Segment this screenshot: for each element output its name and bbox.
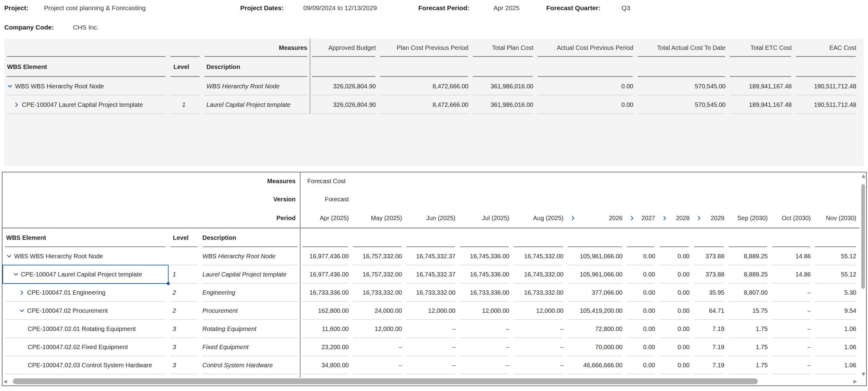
value-cell[interactable]: 0.00 <box>624 302 657 320</box>
value-cell[interactable]: 16,757,332.00 <box>351 266 404 284</box>
column-header-eac-cost[interactable]: EAC Cost <box>794 39 858 57</box>
value-cell[interactable]: – <box>511 356 565 374</box>
wbs-cell[interactable]: CPE-100047.02 Procurement <box>2 302 168 320</box>
level-cell[interactable]: 3 <box>168 338 200 356</box>
value-cell[interactable]: 1.75 <box>726 338 770 356</box>
value-cell[interactable]: 16,745,336.00 <box>457 266 511 284</box>
value-cell[interactable]: 1.75 <box>726 320 770 338</box>
column-header-approved-budget[interactable]: Approved Budget <box>310 39 378 57</box>
column-header-total-plan-cost[interactable]: Total Plan Cost <box>470 39 535 57</box>
value-cell[interactable]: 16,745,332.37 <box>404 247 457 266</box>
value-cell[interactable]: 55.12 <box>813 266 858 284</box>
table-row[interactable]: CPE-100047 Laurel Capital Project templa… <box>4 95 864 114</box>
value-cell[interactable]: 14.86 <box>770 266 813 284</box>
value-cell[interactable]: 8,889.25 <box>726 247 770 266</box>
value-cell[interactable]: 0.00 <box>624 247 657 266</box>
value-cell[interactable]: – <box>770 320 813 338</box>
value-cell[interactable]: 361,986,016.00 <box>470 95 535 114</box>
value-cell[interactable]: 72,800.00 <box>565 320 624 338</box>
table-row[interactable]: CPE-100047.02 Procurement 2 Procurement … <box>2 302 859 320</box>
value-cell[interactable]: 8,889.25 <box>726 266 770 284</box>
value-cell[interactable]: 7.19 <box>691 356 726 374</box>
value-cell[interactable]: 189,941,167.48 <box>727 77 794 95</box>
value-cell[interactable]: 14.86 <box>770 247 813 266</box>
value-cell[interactable]: 377,066.00 <box>565 284 624 302</box>
value-cell[interactable]: – <box>457 320 511 338</box>
scroll-up-icon[interactable]: ▲ <box>862 173 865 178</box>
value-cell[interactable]: 8,472,666.00 <box>378 95 470 114</box>
value-cell[interactable]: 0.00 <box>624 338 657 356</box>
table-row[interactable]: WBS WBS Hierarchy Root Node WBS Hierarch… <box>2 247 859 266</box>
value-cell[interactable]: 11,600.00 <box>300 320 351 338</box>
value-cell[interactable]: 46,666,666.00 <box>565 356 624 374</box>
level-cell[interactable]: 1 <box>168 95 202 114</box>
value-cell[interactable]: – <box>404 356 457 374</box>
period-column-2028[interactable]: 2028 <box>657 208 691 227</box>
level-cell[interactable] <box>168 247 200 266</box>
wbs-element-header[interactable]: WBS Element <box>2 228 168 247</box>
value-cell[interactable]: 16,757,332.00 <box>351 247 404 266</box>
description-cell[interactable]: Control System Hardware <box>200 356 300 374</box>
level-header[interactable]: Level <box>168 57 202 77</box>
value-cell[interactable]: 34,800.00 <box>300 356 351 374</box>
period-column-sep-2030[interactable]: Sep (2030) <box>726 208 770 227</box>
expand-chevron-right-icon[interactable] <box>629 215 635 221</box>
scroll-left-icon[interactable]: ◀ <box>3 379 7 384</box>
value-cell[interactable]: 16,745,332.00 <box>511 247 565 266</box>
description-cell[interactable]: WBS Hierarchy Root Node <box>202 77 310 95</box>
description-cell[interactable]: WBS Hierarchy Root Node <box>200 247 300 266</box>
value-cell[interactable]: 55.12 <box>813 247 858 266</box>
value-cell[interactable]: 105,961,066.00 <box>565 266 624 284</box>
value-cell[interactable]: – <box>770 338 813 356</box>
value-cell[interactable]: 326,026,804.90 <box>310 95 378 114</box>
value-cell[interactable]: 16,977,436.00 <box>300 247 351 266</box>
value-cell[interactable]: 1.06 <box>813 338 858 356</box>
value-cell[interactable]: 0.00 <box>657 320 691 338</box>
description-cell[interactable]: Engineering <box>200 284 300 302</box>
chevron-down-icon[interactable] <box>19 308 25 314</box>
measures-value[interactable]: Forecast Cost <box>300 172 345 190</box>
value-cell[interactable]: 7.19 <box>691 338 726 356</box>
value-cell[interactable]: 0.00 <box>535 77 635 95</box>
vertical-scrollbar[interactable]: ▲ ▼ <box>859 172 866 378</box>
value-cell[interactable]: 16,977,436.00 <box>300 266 351 284</box>
chevron-down-icon[interactable] <box>7 83 13 89</box>
description-cell[interactable]: Fixed Equipment <box>200 338 300 356</box>
level-cell[interactable] <box>168 77 202 95</box>
value-cell[interactable]: 0.00 <box>624 320 657 338</box>
value-cell[interactable]: 16,733,336.00 <box>457 284 511 302</box>
wbs-cell[interactable]: CPE-100047.02.03 Control System Hardware <box>2 356 168 374</box>
value-cell[interactable]: 570,545.00 <box>635 95 727 114</box>
value-cell[interactable]: 12,000.00 <box>351 320 404 338</box>
period-column-jun-2025[interactable]: Jun (2025) <box>404 208 457 227</box>
value-cell[interactable]: 0.00 <box>624 266 657 284</box>
value-cell[interactable]: 9.54 <box>813 302 858 320</box>
version-value[interactable]: Forecast <box>300 190 351 208</box>
value-cell[interactable]: 0.00 <box>657 284 691 302</box>
column-header-total-etc-cost[interactable]: Total ETC Cost <box>727 39 794 57</box>
value-cell[interactable]: 16,745,332.37 <box>404 266 457 284</box>
value-cell[interactable]: 1.75 <box>726 356 770 374</box>
period-column-jul-2025[interactable]: Jul (2025) <box>457 208 511 227</box>
value-cell[interactable]: 105,961,066.00 <box>565 247 624 266</box>
column-header-actual-cost-previous-period[interactable]: Actual Cost Previous Period <box>535 39 635 57</box>
value-cell[interactable]: 0.00 <box>657 247 691 266</box>
value-cell[interactable]: 1.06 <box>813 356 858 374</box>
vertical-scrollbar-thumb[interactable] <box>861 184 865 289</box>
wbs-cell[interactable]: WBS WBS Hierarchy Root Node <box>4 77 168 95</box>
level-cell[interactable]: 3 <box>168 320 200 338</box>
value-cell[interactable]: 0.00 <box>624 356 657 374</box>
wbs-cell[interactable]: CPE-100047.01 Engineering <box>2 284 168 302</box>
wbs-cell[interactable]: CPE-100047.02.02 Fixed Equipment <box>2 338 168 356</box>
horizontal-scrollbar[interactable]: ◀ ▶ <box>2 378 860 386</box>
level-cell[interactable]: 1 <box>168 266 200 284</box>
value-cell[interactable]: 105,419,200.00 <box>565 302 624 320</box>
value-cell[interactable]: – <box>770 302 813 320</box>
wbs-cell[interactable]: CPE-100047 Laurel Capital Project templa… <box>2 266 168 284</box>
description-cell[interactable]: Laurel Capital Project template <box>202 95 310 114</box>
table-row[interactable]: WBS WBS Hierarchy Root Node WBS Hierarch… <box>4 77 864 95</box>
value-cell[interactable]: 16,733,332.00 <box>511 284 565 302</box>
value-cell[interactable]: 16,745,336.00 <box>457 247 511 266</box>
value-cell[interactable]: – <box>351 338 404 356</box>
value-cell[interactable]: 16,745,332.00 <box>511 266 565 284</box>
